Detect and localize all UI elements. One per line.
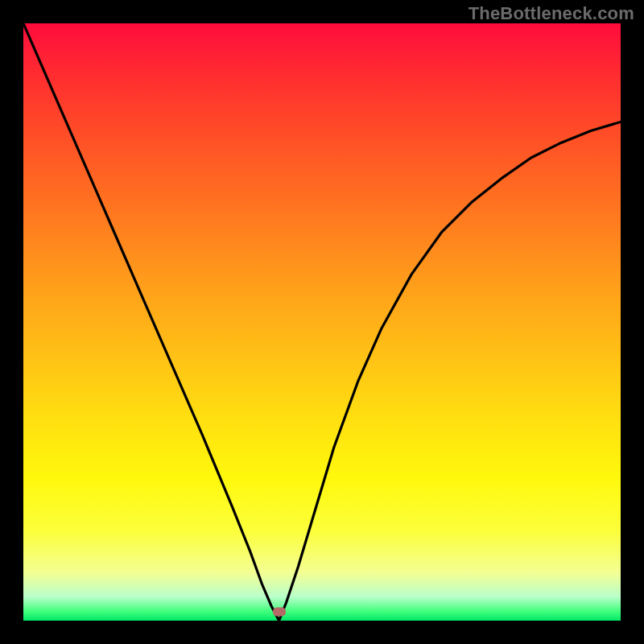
optimal-point-marker bbox=[273, 607, 286, 616]
chart-frame: TheBottleneck.com bbox=[0, 0, 644, 644]
plot-area bbox=[23, 23, 621, 621]
bottleneck-curve bbox=[23, 23, 621, 621]
watermark-text: TheBottleneck.com bbox=[469, 3, 634, 24]
